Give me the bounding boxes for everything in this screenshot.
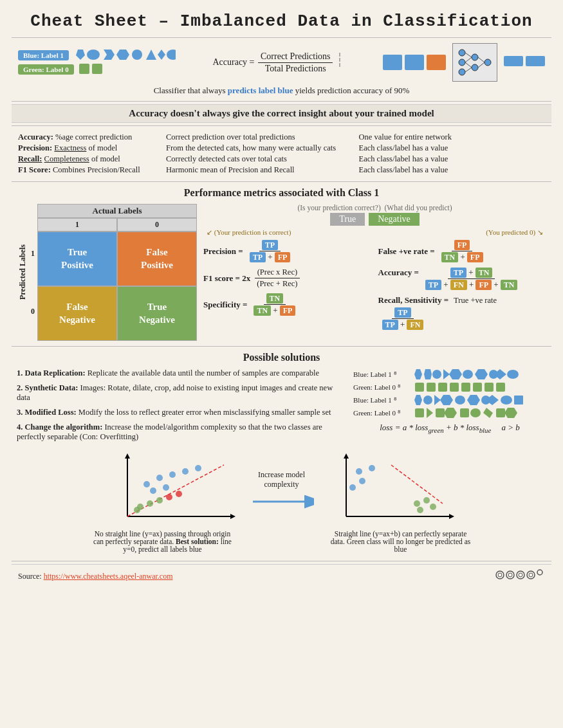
svg-point-31 xyxy=(507,370,519,379)
fp-box-fvr: FP xyxy=(454,240,470,250)
fp-box-spec-den: FP xyxy=(280,305,296,316)
cm-tp: TruePositive xyxy=(37,232,117,286)
svg-marker-28 xyxy=(475,369,488,379)
sol-row-4: Green: Label 0 ⁸ xyxy=(353,407,546,419)
acc-frac: TP + TN TP + FN + FP + TN xyxy=(423,268,520,290)
green-shapes xyxy=(78,62,104,77)
svg-point-67 xyxy=(182,468,189,475)
fp-box-acc: FP xyxy=(475,280,492,290)
spec-num: TN xyxy=(264,294,286,305)
pred-arrows-row: ↙ (Your prediction is correct) (You pred… xyxy=(203,228,546,237)
graphs-row: Increase modelcomplexity xyxy=(17,452,546,529)
accuracy-denominator: Total Predictions xyxy=(263,63,329,74)
svg-point-94 xyxy=(506,571,514,579)
formula-accuracy: Accuracy = TP + TN TP + FN + FP + TN xyxy=(378,268,547,290)
row-number-labels: 1 0 xyxy=(28,204,37,341)
pred-predicted0: (You predicted 0) xyxy=(486,228,535,236)
cm-title: Actual Labels xyxy=(37,204,197,218)
svg-rect-35 xyxy=(450,383,459,392)
page: Cheat Sheet – Imbalanced Data in Classif… xyxy=(0,0,563,595)
solution-4: 4. Change the algorithm: Increase the mo… xyxy=(17,423,347,442)
logo-svg xyxy=(494,567,545,583)
caption-right: Straight line (y=ax+b) can perfectly sep… xyxy=(327,530,475,553)
complexity-arrow: Increase modelcomplexity xyxy=(243,470,320,511)
dashed-divider xyxy=(339,53,346,67)
formula-right: False +ve rate = FP TN + FP Accuracy = T… xyxy=(378,241,547,335)
metric-accuracy-term: Accuracy: %age correct prediction xyxy=(18,132,160,142)
footer-source: Source: https://www.cheatsheets.aqeel-an… xyxy=(18,572,172,581)
right-graph-wrap xyxy=(327,452,456,529)
svg-point-4 xyxy=(132,50,142,60)
formula-grid: Precision = TP TP + FP F1 score = 2x (Pr… xyxy=(203,241,546,335)
svg-point-100 xyxy=(537,570,542,575)
orange-sq-1 xyxy=(427,55,446,70)
tn-box-acc: TN xyxy=(475,268,493,278)
s3-title: Modified Loss: xyxy=(25,408,77,417)
svg-marker-26 xyxy=(449,369,462,379)
recall-den: TP + FN xyxy=(380,319,427,330)
svg-marker-42 xyxy=(434,395,441,405)
svg-point-55 xyxy=(470,408,481,417)
svg-point-84 xyxy=(356,468,362,475)
svg-marker-25 xyxy=(443,369,450,379)
formula-left: Precision = TP TP + FP F1 score = 2x (Pr… xyxy=(203,241,372,335)
cm-layout: Predicted Labels 1 0 Actual Labels 1 0 xyxy=(17,204,197,341)
svg-rect-32 xyxy=(415,383,424,392)
solution-3: 3. Modified Loss: Modify the loss to ref… xyxy=(17,408,347,417)
svg-point-98 xyxy=(527,571,535,579)
specificity-label: Specificity = xyxy=(203,300,247,310)
perf-content: Predicted Labels 1 0 Actual Labels 1 0 xyxy=(12,201,551,343)
svg-marker-53 xyxy=(444,408,457,418)
svg-point-92 xyxy=(496,571,504,579)
fn-box-recall: FN xyxy=(407,320,423,330)
svg-point-41 xyxy=(423,396,432,405)
divider-5 xyxy=(12,346,551,347)
recall-num: TP xyxy=(392,308,413,319)
svg-point-85 xyxy=(369,465,375,471)
recall-label: Recall, Sensitivity = xyxy=(378,295,449,305)
pred-boxes-row: True Negative xyxy=(203,213,546,226)
cm-row-0: 0 xyxy=(31,307,35,316)
tp-box-recall-den: TP xyxy=(382,320,398,330)
svg-point-24 xyxy=(432,370,441,379)
sol-row-3: Blue: Label 1 ⁸ xyxy=(353,394,546,406)
blue-shapes xyxy=(73,48,176,62)
left-scatter-plot xyxy=(108,452,237,526)
svg-rect-33 xyxy=(427,383,436,392)
metric-recall-term: Recall: Completeness of model xyxy=(18,154,160,164)
recall-frac: TP TP + FN xyxy=(380,308,427,330)
metric-accuracy-col2: Correct prediction over total prediction… xyxy=(166,132,353,142)
metric-precision-term: Precision: Exactness of model xyxy=(18,143,160,153)
accuracy-fraction: Correct Predictions Total Predictions xyxy=(258,51,333,74)
svg-line-17 xyxy=(465,57,472,62)
formula-precision: Precision = TP TP + FP xyxy=(203,241,372,262)
svg-rect-49 xyxy=(514,396,523,405)
fvr-den: TN + FP xyxy=(439,251,486,262)
accuracy-formula: Accuracy = Correct Predictions Total Pre… xyxy=(212,51,346,74)
pred-headers: (Is your prediction correct?) (What did … xyxy=(203,204,546,212)
svg-point-44 xyxy=(455,396,465,405)
tp-box-acc-d: TP xyxy=(425,280,441,290)
footer-source-label: Source: xyxy=(18,572,42,581)
cm-header: 1 0 xyxy=(37,218,197,232)
left-graph-wrap xyxy=(108,452,237,529)
label-pills-group: Blue: Label 1 xyxy=(18,48,176,77)
f1-label: F1 score = 2x xyxy=(203,273,250,284)
formula-recall: Recall, Sensitivity = True +ve rate TP T… xyxy=(378,295,547,330)
divider-3 xyxy=(12,125,551,126)
svg-point-68 xyxy=(195,465,201,471)
f1-den: (Prec + Rec) xyxy=(254,278,300,289)
svg-point-13 xyxy=(472,54,478,60)
svg-point-93 xyxy=(498,573,502,577)
arrow-svg xyxy=(250,492,314,511)
svg-line-19 xyxy=(465,68,472,72)
insight-banner: Accuracy doesn't always give the correct… xyxy=(12,104,551,123)
tn-box-spec-den: TN xyxy=(254,305,271,316)
graphs-captions: No straight line (y=ax) passing through … xyxy=(17,529,546,556)
sol-label-4: Green: Label 0 ⁸ xyxy=(353,409,411,417)
arrow-right-label: (You predicted 0) ↘ xyxy=(486,228,543,237)
footer-source-url[interactable]: https://www.cheatsheets.aqeel-anwar.com xyxy=(44,572,173,581)
svg-point-70 xyxy=(163,484,169,491)
svg-marker-58 xyxy=(504,408,517,418)
sol-shapes-blue-2 xyxy=(414,394,530,406)
